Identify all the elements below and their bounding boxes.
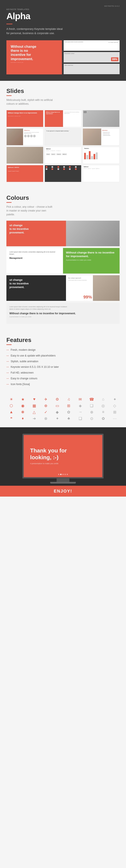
slide4-faces (24, 135, 42, 137)
slide10-text: MyBrand / 2020/10 (7, 165, 43, 169)
colour-image-right-1 (66, 221, 120, 246)
colour-sample-3: ut changeis no incentiveprovement. Our u… (6, 275, 120, 301)
icon-m-8 (51, 168, 53, 170)
icon-m-6 (75, 166, 77, 168)
square-icon: ▲ (9, 410, 13, 414)
slide4-label: About us (24, 130, 42, 131)
small-slide-text-3: Slide content here (64, 64, 120, 67)
face-3 (30, 135, 33, 137)
slide-thumb-8[interactable]: MyBrand 2020/10 — Company B — Company C … (45, 147, 82, 164)
slide-thumb-3[interactable]: Slide (83, 110, 120, 127)
cross-icon: ⊗ (44, 416, 47, 421)
slide4-image (7, 129, 23, 145)
icon-cell-39: ✿ (98, 416, 108, 421)
icon-cell-23: △ (29, 410, 39, 414)
icon-cell-33: ➔ (29, 416, 39, 421)
slides-section-title: Slides (6, 88, 120, 94)
icon-cell-22: ❋ (18, 410, 28, 414)
colour-white-half: Lorem ipsum dolor sit amet, consectetur … (6, 248, 63, 274)
slide-thumb-12[interactable]: MyBrand Partner ▸ Sponsor hoybrand MyBra… (83, 165, 120, 182)
gear-icon: ⚙ (55, 397, 59, 402)
slide-grid-row1: Without change there is no improvement. … (6, 110, 120, 127)
slide9-title: Statistics (83, 147, 119, 150)
hero-small-slide-1: Our unique approach Lorem ipsum dolor si… (64, 40, 120, 51)
slide6-image (83, 129, 101, 145)
monitor-dots (24, 474, 102, 475)
features-divider (6, 344, 11, 345)
logo-p2: Sponsor (88, 168, 91, 169)
icon-cell-3: ♥ (29, 397, 39, 402)
icon-cell-14: ⊕ (41, 403, 51, 408)
slide8-logo-bar: Partner Sponsor Hoybrand MyBrand (45, 152, 81, 156)
face-2 (27, 135, 30, 137)
chart-icon: ▦ (32, 403, 36, 408)
globe-icon: ⊕ (44, 403, 47, 408)
dot-navigation (58, 474, 68, 475)
icon-grid: ☀ ★ ♥ ✈ ⚙ ♫ ✉ ☎ ⌂ ✦ ⬡ ◉ ▦ ⊕ ▭ ⊞ ◈ ❑ ◎ ◇ … (6, 395, 120, 423)
email-icon: ✉ (79, 397, 82, 402)
club-icon: ♣ (68, 416, 70, 421)
thankyou-section: Thank you for looking, :-) A presentatio… (0, 427, 126, 486)
bar-3 (89, 151, 91, 159)
slide-thumb-11[interactable] (45, 165, 82, 182)
slide10-sub: Company A • Company B • Company C (7, 169, 43, 173)
colour-sample-4: Lorem ipsum dolor sit amet, consectetur … (6, 303, 120, 324)
monitor-inner: Thank you for looking, :-) A presentatio… (24, 435, 102, 477)
icon-cell-21: ▲ (6, 410, 16, 414)
icon-cell-16: ⊞ (64, 403, 74, 408)
icon-cell-26: ✿ (64, 410, 74, 414)
icon-m-7 (46, 168, 47, 170)
icon-m-11 (69, 168, 71, 170)
colour-light-title: Without change there is no incentive for… (9, 312, 117, 315)
colour-green-title: Without change there is no incentive for… (66, 251, 117, 258)
icon-cell-31: ❝ (6, 416, 16, 421)
unique-label: Our unique approach (108, 41, 118, 43)
mobile-icon: ▭ (55, 403, 59, 408)
icon-cell-9: ⌂ (98, 397, 108, 402)
unique-approach-text: Lorem ipsum dolor sit amet consectetur (68, 280, 91, 281)
logo-2: Sponsor (51, 153, 55, 155)
colour-green-half: Without change there is no incentive for… (63, 248, 120, 274)
icon-cell-11: ⬡ (6, 403, 16, 408)
arrow-icon: → (78, 410, 82, 414)
breadcrumb: KEYNOTE TEMPLATES (6, 8, 120, 10)
slide-thumb-1[interactable]: Without change there is no improvement. … (6, 110, 43, 127)
feature-item-1: Fresh, modern design (6, 347, 120, 353)
hero-small-slide-2: Presentation content 99% (64, 52, 120, 62)
slide-thumb-7[interactable] (6, 147, 43, 164)
triangle-icon: △ (33, 410, 36, 414)
bar-1 (84, 153, 86, 159)
thankyou-title: Thank you for looking, :-) (30, 447, 73, 461)
sun-icon: ☀ (9, 397, 13, 402)
slide-thumb-5[interactable]: "A new approach to integrated digital ma… (45, 128, 82, 146)
slide5-quote: "A new approach to integrated digital ma… (45, 129, 81, 134)
bulb-icon: ✦ (113, 397, 117, 402)
feature-item-5: Full HD, widescreen (6, 370, 120, 376)
icon-cell-18: ❑ (87, 403, 97, 408)
features-title: Features (6, 337, 120, 343)
logo-p4: MyBrand (96, 168, 99, 169)
speech-icon: ♦ (22, 416, 24, 421)
slide8-sub: 2020/10 — Company B — Company C (46, 150, 80, 151)
quote-icon: ❝ (10, 416, 12, 421)
icon-cell-28: ⊕ (87, 410, 97, 414)
icon-m-2 (51, 166, 53, 168)
slide-thumb-9[interactable]: Statistics (83, 147, 120, 164)
icon-cell-38: ⊙ (87, 416, 97, 421)
feature-item-7: Icon fonts [Sosa] (6, 381, 120, 387)
slide-thumb-2[interactable]: Without change there is no improvement. … (45, 110, 82, 127)
slide-thumb-10[interactable]: MyBrand / 2020/10 Company A • Company B … (6, 165, 43, 182)
check-icon: ✓ (44, 410, 47, 414)
icon-cell-5: ⚙ (52, 397, 62, 402)
icon-cell-35: ✦ (52, 416, 62, 421)
monitor: Thank you for looking, :-) A presentatio… (22, 434, 104, 484)
icon-cell-24: ✓ (41, 410, 51, 414)
slide1-sub: A presentation to make you smile (7, 116, 43, 117)
logo-4: MyBrand (62, 153, 67, 155)
slide6-services: — Service item one — Service item two — … (102, 132, 118, 136)
slide-thumb-6[interactable]: Services — Service item one — Service it… (83, 128, 120, 146)
hero-title: Alpha (6, 12, 120, 21)
dot-icon: ⊙ (90, 416, 93, 421)
slide-thumb-4[interactable]: About us Lorem ipsum dolor sit amet cons… (6, 128, 43, 146)
forward-icon: ➔ (33, 416, 36, 421)
